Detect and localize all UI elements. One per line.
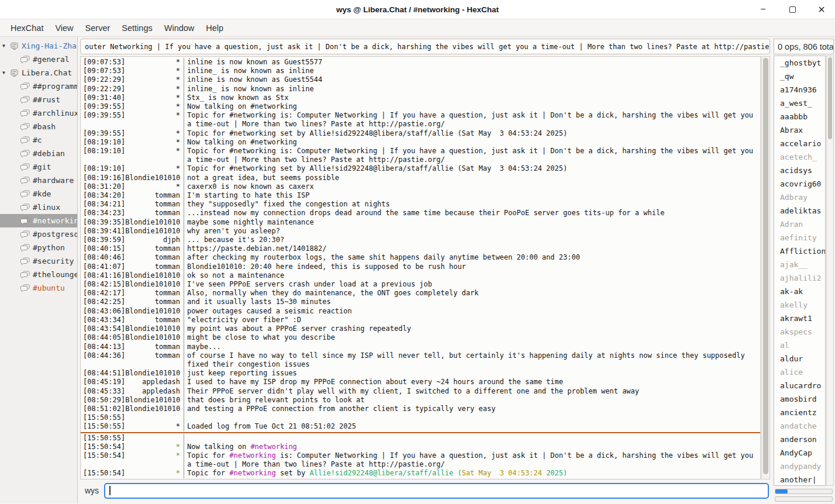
message-segment: Now talking on	[187, 443, 250, 451]
user-list-item-a-west[interactable]: a_west_	[780, 99, 825, 112]
user-list-item-ajak[interactable]: ajak__	[780, 260, 825, 274]
sidebar-item-networking[interactable]: #networking	[0, 214, 77, 227]
user-list-item-andycap[interactable]: AndyCap	[780, 448, 825, 462]
user-list-item-amosbird[interactable]: amosbird	[780, 395, 825, 408]
chat-line: [08:43:06]Blondie101010power outages cau…	[81, 307, 760, 316]
message-text: Topic for #networking set by Allie!sid29…	[184, 164, 760, 173]
chat-line-meta: [09:22:29]*	[81, 85, 184, 94]
message-text: Loaded log from Tue Oct 21 08:51:02 2025	[184, 422, 760, 431]
user-list-item-akspecs[interactable]: akspecs	[780, 327, 825, 341]
sidebar-item-linux[interactable]: #linux	[0, 201, 77, 214]
user-list-item-ghostbyt[interactable]: _ghostbyt	[780, 58, 825, 72]
user-list-item-ak-ak[interactable]: ak-ak	[780, 287, 825, 301]
chat-line-meta: [08:34:21]tomman	[81, 200, 184, 209]
chat-line: [08:51:02]Blondie101010and testing a PPP…	[81, 405, 760, 413]
user-list-item-aaabbb[interactable]: aaabbb	[780, 112, 825, 126]
user-list-item-a174n936[interactable]: a174n936	[780, 85, 825, 99]
timestamp: [08:43:54]	[83, 325, 125, 333]
user-list-item-akrawt1[interactable]: akrawt1	[780, 314, 825, 327]
sidebar-item-debian[interactable]: #debian	[0, 147, 77, 160]
user-list-item-akelly[interactable]: akelly	[780, 301, 825, 314]
user-list-wrap: _ghostbyt_qwa174n936a_west_aaabbbAbraxac…	[774, 56, 834, 486]
sidebar-item-libera-chat[interactable]: ▼Libera.Chat	[0, 66, 77, 80]
user-list-item-acidsys[interactable]: acidsys	[780, 166, 825, 179]
chat-line: [08:34:23]tomman...instead now my connec…	[81, 209, 760, 218]
sidebar-item-general[interactable]: #general	[0, 53, 77, 66]
sidebar-item-c[interactable]: #c	[0, 133, 77, 147]
sidebar-item-bash[interactable]: #bash	[0, 120, 77, 133]
menu-item-help[interactable]: Help	[200, 21, 229, 35]
user-list-item-acetech[interactable]: acetech_	[780, 153, 825, 166]
user-list-scrollbar[interactable]	[826, 56, 834, 486]
sidebar-item-label: #debian	[33, 149, 65, 158]
chat-line-meta: [08:34:23]tomman	[81, 209, 184, 218]
user-list-item-ajhalili2[interactable]: ajhalili2	[780, 274, 825, 287]
user-list-item-andypandy[interactable]: andypandy	[780, 462, 825, 475]
message-segment: I've seen PPPoE servers crash under load…	[187, 280, 432, 288]
nick: *	[176, 85, 180, 94]
message-text: my point was about a PPPoE server crashi…	[184, 325, 760, 333]
sidebar-item-git[interactable]: #git	[0, 160, 77, 174]
message-text: inline is now known as Guest5544	[184, 75, 760, 84]
user-list-item-affliction[interactable]: Affliction	[780, 247, 825, 260]
sidebar-item-xing-hai-zhan[interactable]: ▼Xing-Hai-Zhan	[0, 39, 77, 53]
maximize-button[interactable]	[785, 2, 800, 17]
message-text: Now talking on #networking	[184, 102, 760, 111]
chat-wrap: [09:07:53]*inline is now known as Guest5…	[80, 56, 770, 479]
user-list-item-aefinity[interactable]: aefinity	[780, 233, 825, 247]
timestamp: [08:19:16]	[83, 174, 125, 182]
user-list-item-acovrig60[interactable]: acovrig60	[780, 179, 825, 193]
sidebar-item-hardware[interactable]: #hardware	[0, 174, 77, 187]
channel-icon	[20, 244, 30, 252]
message-input[interactable]	[104, 483, 769, 499]
chat-line: [08:31:20]*caxerx0 is now known as caxer…	[81, 182, 760, 191]
menu-item-hexchat[interactable]: HexChat	[5, 21, 49, 35]
sidebar-item-postgresql[interactable]: #postgresql	[0, 227, 77, 241]
menu-item-view[interactable]: View	[49, 21, 79, 35]
chat-area[interactable]: [09:07:53]*inline is now known as Guest5…	[80, 56, 761, 479]
nick: Blondie101010	[125, 405, 180, 413]
menu-item-server[interactable]: Server	[80, 21, 116, 35]
user-list-scrollbar-thumb[interactable]	[828, 57, 832, 139]
chat-line: [15:50:55]	[81, 434, 760, 443]
minimize-button[interactable]: −	[755, 2, 771, 17]
sidebar-item-python[interactable]: #python	[0, 241, 77, 254]
message-text: inline_ is now known as inline	[184, 67, 760, 75]
user-list-item-abrax[interactable]: Abrax	[780, 126, 825, 139]
menu-item-window[interactable]: Window	[158, 21, 201, 35]
menu-item-settings[interactable]: Settings	[116, 21, 158, 35]
user-list-item-ancientz[interactable]: ancientz	[780, 408, 825, 422]
sidebar-item-programming[interactable]: ##programming	[0, 80, 77, 93]
timestamp: [08:45:19]	[83, 378, 125, 386]
topic-input[interactable]: outer Networking | If you have a questio…	[80, 39, 770, 54]
sidebar-item-thelounge[interactable]: #thelounge	[0, 268, 77, 281]
sidebar-item-archlinux[interactable]: #archlinux	[0, 106, 77, 120]
user-list-item-anderson[interactable]: anderson	[780, 435, 825, 448]
user-list-item-adran[interactable]: Adran	[780, 220, 825, 233]
user-list[interactable]: _ghostbyt_qwa174n936a_west_aaabbbAbraxac…	[774, 56, 826, 486]
user-list-item-al[interactable]: al	[780, 341, 825, 354]
chat-scrollbar[interactable]	[761, 56, 770, 479]
close-button[interactable]: ✕	[814, 2, 829, 17]
user-list-item-accelario[interactable]: accelario	[780, 139, 825, 153]
chat-line-meta: [08:50:29]Blondie101010	[81, 396, 184, 405]
user-list-item-alice[interactable]: alice	[780, 368, 825, 381]
user-list-item-aldur[interactable]: aldur	[780, 354, 825, 368]
user-count-label: 0 ops, 806 total	[774, 39, 834, 54]
user-list-item-alucardro[interactable]: alucardro	[780, 381, 825, 395]
sidebar-item-ubuntu[interactable]: #ubuntu	[0, 281, 77, 295]
sidebar-item-rust[interactable]: ##rust	[0, 93, 77, 106]
message-text: I've seen PPPoE servers crash under load…	[184, 280, 760, 289]
user-list-item-adbray[interactable]: Adbray	[780, 193, 825, 206]
sidebar-item-security[interactable]: #security	[0, 254, 77, 268]
message-text: maybe some nightly maintenance	[184, 218, 760, 227]
user-list-item-andatche[interactable]: andatche	[780, 422, 825, 435]
sidebar-item-label: #security	[33, 257, 74, 265]
user-list-item-another[interactable]: another|	[780, 475, 825, 486]
expander-icon[interactable]: ▼	[2, 70, 10, 75]
user-list-item-qw[interactable]: _qw	[780, 72, 825, 85]
expander-icon[interactable]: ▼	[2, 43, 10, 49]
chat-scrollbar-thumb[interactable]	[763, 58, 768, 474]
sidebar-item-kde[interactable]: #kde	[0, 187, 77, 201]
user-list-item-adeliktas[interactable]: adeliktas	[780, 206, 825, 220]
